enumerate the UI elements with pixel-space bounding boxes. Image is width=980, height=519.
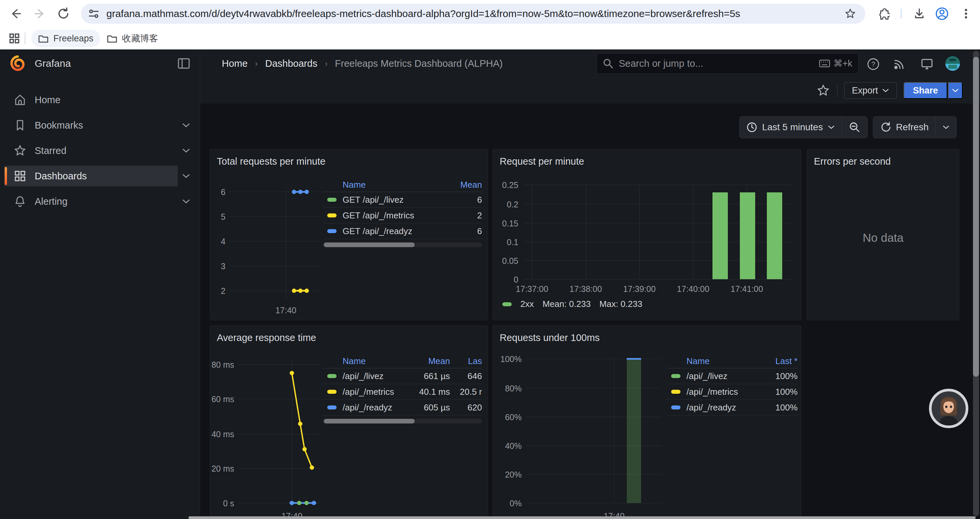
clock-icon [746, 121, 757, 133]
x-tick: 17:40 [259, 306, 313, 315]
column-header-mean[interactable]: Mean [407, 356, 450, 366]
bookmark-folder-label: 收藏博客 [122, 32, 158, 45]
gridline [527, 446, 662, 446]
series-color-pill [327, 374, 337, 378]
refresh-button[interactable]: Refresh [873, 117, 935, 138]
page-scrollbar-thumb[interactable] [973, 57, 979, 377]
extensions-button[interactable] [874, 4, 892, 23]
bar-2xx [713, 192, 728, 279]
chevron-down-icon[interactable] [182, 148, 191, 153]
column-header-name[interactable]: Name [342, 356, 407, 366]
sidebar-item-alerting[interactable]: Alerting [0, 191, 200, 212]
column-header-name[interactable]: Name [686, 356, 757, 366]
table-row[interactable]: GET /api/_/readyz 6 [323, 224, 482, 239]
panel-left-icon [177, 57, 191, 69]
news-button[interactable] [892, 57, 907, 72]
column-header-mean[interactable]: Mean [439, 180, 482, 190]
user-avatar[interactable] [945, 56, 960, 71]
y-tick: 20% [492, 470, 522, 480]
table-row[interactable]: /api/_/readyz 605 µs 620 [323, 400, 482, 415]
downloads-button[interactable] [910, 4, 929, 23]
browser-back-button[interactable] [6, 4, 25, 23]
gridline [614, 359, 614, 503]
chevron-down-icon[interactable] [182, 123, 191, 128]
dashboard-actions: Export Share [200, 77, 980, 104]
browser-menu-button[interactable] [957, 4, 975, 23]
chevron-down-icon[interactable] [182, 199, 191, 204]
column-header-last[interactable]: Last * [757, 356, 797, 366]
time-range-button[interactable]: Last 5 minutes [740, 117, 842, 138]
back-arrow-icon [9, 7, 22, 20]
zoom-out-time-button[interactable] [842, 117, 867, 138]
panel-title[interactable]: Total requests per minute [217, 156, 326, 167]
star-icon [844, 8, 856, 20]
export-button[interactable]: Export [844, 82, 897, 99]
y-tick: 0% [492, 498, 522, 508]
x-tick: 17:38:00 [559, 284, 612, 294]
sidebar-item-home[interactable]: Home [0, 89, 200, 110]
panel-title[interactable]: Errors per second [814, 156, 891, 167]
sidebar-item-bookmarks[interactable]: Bookmarks [0, 115, 200, 136]
profile-icon [935, 7, 949, 21]
browser-reload-button[interactable] [54, 4, 73, 23]
chevron-down-icon[interactable] [182, 173, 191, 179]
toolbar-divider [900, 9, 902, 19]
refresh-interval-button[interactable] [935, 117, 956, 138]
table-scrollbar[interactable] [323, 243, 482, 247]
table-row[interactable]: /api/_/livez 661 µs 646 [323, 368, 482, 384]
sidebar-toggle-button[interactable] [177, 57, 191, 69]
table-row[interactable]: /api/_/livez 100% [667, 368, 797, 384]
bookmark-star-button[interactable] [835, 8, 865, 20]
share-menu-button[interactable] [948, 82, 963, 99]
help-button[interactable]: ? [866, 57, 881, 72]
breadcrumb-separator: › [325, 58, 328, 69]
legend-series[interactable]: 2xx [520, 299, 534, 309]
column-header-name[interactable]: Name [342, 180, 439, 190]
y-tick: 3 [200, 262, 226, 271]
profile-button[interactable] [932, 4, 951, 23]
bookmark-folder-blogs[interactable]: 收藏博客 [100, 30, 165, 47]
url-input[interactable] [107, 8, 835, 19]
kiosk-mode-button[interactable] [920, 57, 934, 72]
search-shortcut: ⌘+k [819, 58, 852, 69]
panel-total-requests: Total requests per minute 6 5 4 3 2 17:4… [210, 149, 488, 320]
search-box[interactable]: ⌘+k [597, 53, 859, 74]
series-color-pill [327, 198, 337, 202]
breadcrumb-dashboards[interactable]: Dashboards [265, 58, 317, 69]
browser-forward-button[interactable] [31, 4, 49, 23]
assistant-avatar-image [932, 391, 966, 425]
floating-assistant-avatar[interactable] [929, 389, 968, 428]
search-input[interactable] [619, 58, 819, 69]
table-scrollbar[interactable] [323, 419, 482, 423]
table-row[interactable]: GET /api/_/metrics 2 [323, 208, 482, 224]
site-settings-button[interactable] [81, 8, 107, 20]
address-bar[interactable] [81, 4, 865, 24]
favorite-dashboard-button[interactable] [816, 83, 830, 97]
apps-button[interactable] [7, 33, 21, 44]
time-controls: Last 5 minutes Refresh [200, 115, 980, 139]
gridline [527, 503, 662, 503]
panel-title[interactable]: Requests under 100ms [500, 332, 600, 343]
sidebar-item-starred[interactable]: Starred [0, 140, 200, 161]
bookmark-folder-freeleaps[interactable]: Freeleaps [31, 30, 100, 47]
bookmarks-divider [25, 32, 25, 45]
table-row[interactable]: /api/_/readyz 100% [667, 400, 797, 415]
y-tick: 0 [488, 275, 519, 284]
folder-icon [38, 34, 49, 43]
horizontal-scrollbar[interactable] [188, 516, 976, 519]
legend: 2xx Mean: 0.233 Max: 0.233 [502, 299, 643, 309]
table-row[interactable]: /api/_/metrics 40.1 ms 20.5 r [323, 384, 482, 400]
table-row[interactable]: GET /api/_/livez 6 [323, 192, 482, 208]
share-button[interactable]: Share [904, 82, 947, 99]
help-icon: ? [867, 57, 880, 71]
grafana-header: Grafana Home › Dashboards › Freeleaps Me… [0, 50, 980, 77]
data-point [298, 289, 302, 293]
column-header-last[interactable]: Las [450, 356, 482, 366]
breadcrumb-home[interactable]: Home [222, 58, 248, 69]
x-tick: 17:41:00 [720, 284, 773, 294]
active-item-accent-bar [5, 167, 7, 185]
sidebar-item-label: Starred [35, 145, 66, 156]
table-row[interactable]: /api/_/metrics 100% [667, 384, 797, 400]
sidebar-item-dashboards[interactable]: Dashboards [0, 166, 200, 186]
panel-title[interactable]: Request per minute [500, 156, 584, 167]
